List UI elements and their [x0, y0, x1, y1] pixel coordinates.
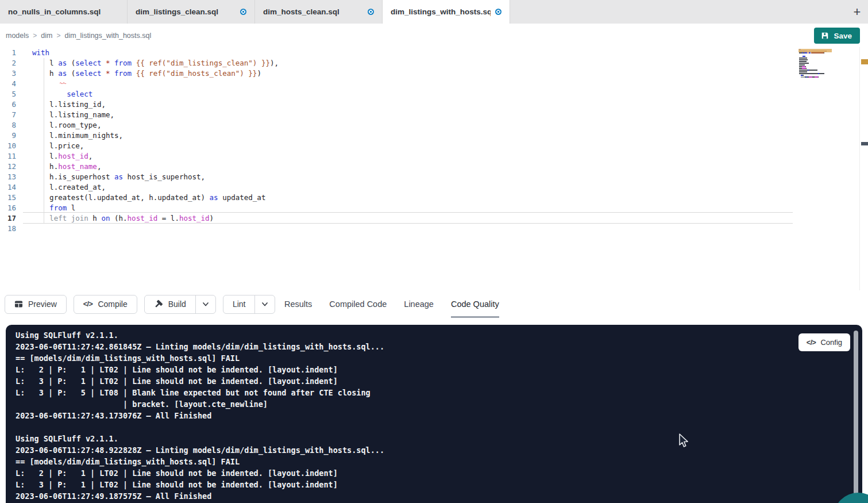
code-line[interactable]: 7 l.listing_name, — [0, 110, 868, 120]
overview-ruler-cursor-marker — [861, 142, 868, 145]
code-line[interactable]: 6 l.listing_id, — [0, 99, 868, 110]
code-text: h.is_superhost as host_is_superhost, — [16, 172, 205, 182]
breadcrumb-segment[interactable]: dim_listings_with_hosts.sql — [64, 32, 151, 40]
line-number: 9 — [0, 130, 16, 141]
terminal-line: 2023-06-06T11:27:43.173076Z — All Finish… — [16, 410, 862, 421]
save-button[interactable]: Save — [814, 28, 860, 44]
code-line[interactable]: 12 h.host_name, — [0, 162, 868, 172]
lint-squiggle-icon — [60, 77, 66, 86]
editor-tab[interactable]: no_nulls_in_columns.sql — [0, 0, 128, 24]
lint-dropdown-button[interactable] — [254, 295, 275, 313]
compile-button[interactable]: </> Compile — [74, 295, 137, 314]
preview-button-label: Preview — [28, 300, 57, 309]
tab-label: dim_hosts_clean.sql — [263, 7, 363, 16]
scrollbar-track-divider — [859, 47, 860, 290]
breadcrumb-segment[interactable]: dim — [41, 32, 52, 40]
code-text — [16, 224, 32, 234]
minimap-line — [799, 73, 831, 74]
line-number: 6 — [0, 99, 16, 110]
lint-button[interactable]: Lint — [223, 295, 255, 313]
breadcrumb-chevron-icon: > — [33, 32, 37, 40]
editor-tab-bar: no_nulls_in_columns.sqldim_listings_clea… — [0, 0, 868, 24]
line-number: 11 — [0, 151, 16, 162]
code-line[interactable]: 16 from l — [0, 203, 868, 213]
save-floppy-icon — [821, 32, 829, 40]
terminal-line: == [models/dim/dim_listings_with_hosts.s… — [16, 456, 862, 467]
code-text: l.minimum_nights, — [16, 130, 123, 141]
chevron-down-icon — [261, 301, 268, 308]
code-text: l.listing_id, — [16, 99, 106, 110]
terminal-lines: Using SQLFluff v2.1.1.2023-06-06T11:27:4… — [16, 329, 862, 502]
terminal-line: | bracket. [layout.cte_newline] — [16, 398, 862, 410]
code-brackets-icon: </> — [83, 300, 93, 308]
panel-tab-list: ResultsCompiled CodeLineageCode Quality — [284, 290, 499, 318]
line-number: 12 — [0, 162, 16, 172]
line-number: 5 — [0, 89, 16, 99]
sql-code-editor[interactable]: 1with2 l as (select * from {{ ref("dim_l… — [0, 47, 868, 290]
terminal-line: L: 3 | P: 1 | LT02 | Line should not be … — [16, 479, 862, 490]
plus-icon: + — [854, 5, 861, 20]
breadcrumb-chevron-icon: > — [56, 32, 60, 40]
minimap-line — [799, 59, 831, 60]
breadcrumb-segment[interactable]: models — [6, 32, 29, 40]
minimap[interactable] — [799, 49, 831, 80]
new-tab-button[interactable]: + — [846, 0, 868, 24]
file-header-bar: models>dim>dim_listings_with_hosts.sql S… — [0, 24, 868, 47]
config-button[interactable]: </> Config — [798, 333, 850, 351]
overview-ruler-warning-marker — [861, 59, 868, 64]
code-line[interactable]: 3 h as (select * from {{ ref("dim_hosts_… — [0, 68, 868, 79]
tab-label: dim_listings_clean.sql — [136, 7, 236, 16]
build-button[interactable]: Build — [145, 295, 195, 313]
code-text — [16, 79, 32, 89]
code-brackets-icon: </> — [807, 339, 816, 347]
minimap-line — [799, 76, 831, 78]
terminal-line: L: 3 | P: 1 | LT02 | Line should not be … — [16, 375, 862, 387]
code-line[interactable]: 9 l.minimum_nights, — [0, 130, 868, 141]
code-text: left join h on (h.host_id = l.host_id) — [16, 213, 214, 224]
code-line[interactable]: 18 — [0, 224, 868, 234]
terminal-line: Using SQLFluff v2.1.1. — [16, 433, 862, 444]
code-text: from l — [16, 203, 75, 213]
lint-button-label: Lint — [233, 300, 246, 309]
preview-button[interactable]: Preview — [5, 295, 67, 314]
line-number: 13 — [0, 172, 16, 182]
minimap-line — [799, 66, 831, 67]
code-line[interactable]: 2 l as (select * from {{ ref("dim_listin… — [0, 58, 868, 68]
panel-tab-code-quality[interactable]: Code Quality — [451, 290, 499, 318]
code-text: h as (select * from {{ ref("dim_hosts_cl… — [16, 68, 261, 79]
code-line[interactable]: 1with — [0, 48, 868, 58]
editor-tab[interactable]: dim_listings_clean.sql — [128, 0, 255, 24]
terminal-scrollbar[interactable] — [854, 331, 858, 498]
unsaved-dot-icon — [495, 9, 501, 15]
editor-tab[interactable]: dim_listings_with_hosts.sql — [383, 0, 510, 24]
minimap-line — [799, 52, 831, 53]
panel-tab-lineage[interactable]: Lineage — [404, 290, 434, 318]
terminal-line: Using SQLFluff v2.1.1. — [16, 329, 862, 341]
breadcrumb: models>dim>dim_listings_with_hosts.sql — [6, 32, 151, 40]
code-text: select — [16, 89, 92, 99]
minimap-line — [799, 71, 831, 72]
code-line[interactable]: 17 left join h on (h.host_id = l.host_id… — [0, 213, 868, 224]
code-line[interactable]: 11 l.host_id, — [0, 151, 868, 162]
minimap-line — [799, 54, 831, 55]
panel-tab-results[interactable]: Results — [284, 290, 312, 318]
build-button-label: Build — [168, 300, 186, 309]
minimap-line — [799, 75, 831, 76]
code-line[interactable]: 10 l.price, — [0, 141, 868, 151]
tab-label: dim_listings_with_hosts.sql — [391, 7, 491, 16]
code-text: l.listing_name, — [16, 110, 114, 120]
code-line[interactable]: 15 greatest(l.updated_at, h.updated_at) … — [0, 193, 868, 203]
panel-tab-compiled-code[interactable]: Compiled Code — [329, 290, 387, 318]
code-line[interactable]: 4 — [0, 79, 868, 89]
code-line[interactable]: 8 l.room_type, — [0, 120, 868, 130]
code-line[interactable]: 14 l.created_at, — [0, 182, 868, 193]
build-dropdown-button[interactable] — [195, 295, 215, 313]
code-line[interactable]: 5 select — [0, 89, 868, 99]
editor-tab[interactable]: dim_hosts_clean.sql — [255, 0, 383, 24]
line-number: 7 — [0, 110, 16, 120]
code-line[interactable]: 13 h.is_superhost as host_is_superhost, — [0, 172, 868, 182]
minimap-line — [799, 57, 831, 59]
lint-output-terminal[interactable]: Using SQLFluff v2.1.1.2023-06-06T11:27:4… — [6, 325, 862, 503]
code-text: l.room_type, — [16, 120, 101, 130]
minimap-line — [799, 56, 831, 57]
